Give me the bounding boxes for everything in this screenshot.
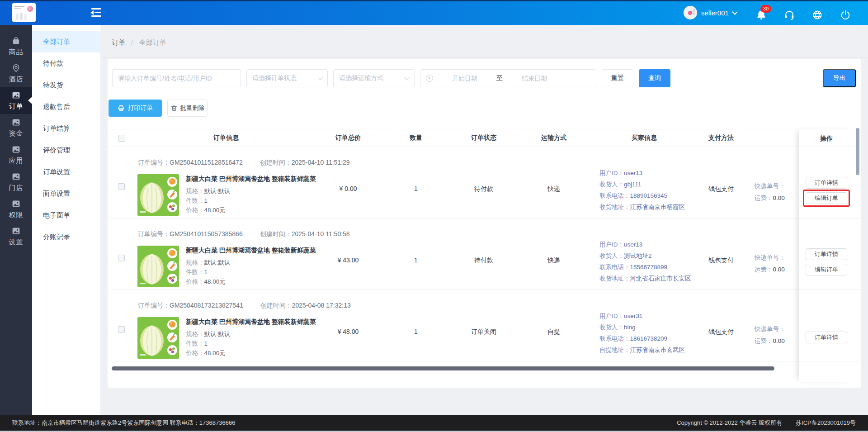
buyer-consignee: bing xyxy=(624,324,636,331)
header-order-info: 订单信息 xyxy=(136,134,316,142)
clock-icon xyxy=(426,75,433,82)
buyer-user-id: user13 xyxy=(624,170,642,176)
edit-order-button[interactable]: 编辑订单 xyxy=(806,192,847,204)
buyer-consignee: gbj111 xyxy=(624,181,642,188)
sidebar-item-apps[interactable]: 应用 xyxy=(0,141,32,168)
order-row: 订单编号：GM250410115057385866创建时间：2025-04-10… xyxy=(108,218,861,290)
sidebar-item-funds[interactable]: 资金 xyxy=(0,114,32,141)
shipping-method-select[interactable]: 请选择运输方式 xyxy=(333,69,415,87)
action-cell: 订单详情 编辑订单 xyxy=(799,218,854,290)
sidebar-item-stores[interactable]: 门店 xyxy=(0,168,32,195)
filter-bar: 请选择订单状态 请选择运输方式 至 重置 查询 xyxy=(112,69,670,87)
order-search-input[interactable] xyxy=(118,75,235,82)
product-name: 新疆大白菜 巴州博湖焉耆盆地 整箱装新鲜蔬菜 xyxy=(186,318,316,326)
chevron-down-icon xyxy=(317,75,322,80)
highlight-box: 编辑订单 xyxy=(803,190,850,207)
buyer-address: 江苏省南京市栖霞区 xyxy=(630,204,685,210)
footer: 联系地址：南京市栖霞区马群街道紫东路2号紫东国际创意园 联系电话：1736873… xyxy=(0,415,868,431)
action-column: 操作 订单详情 编辑订单 订单详情 编辑订单 订单详情 xyxy=(799,129,854,382)
submenu-item-e-waybill[interactable]: 电子面单 xyxy=(32,204,100,226)
order-total: ¥ 43.00 xyxy=(316,256,380,264)
order-status-select[interactable]: 请选择订单状态 xyxy=(246,69,328,87)
user-menu[interactable]: seller001 xyxy=(684,5,737,20)
export-button[interactable]: 导出 xyxy=(823,69,856,87)
app-logo[interactable] xyxy=(12,3,36,22)
sidebar-item-permissions[interactable]: 权限 xyxy=(0,195,32,223)
row-checkbox[interactable] xyxy=(118,183,125,190)
order-row: 订单编号：GM250408173213827541创建时间：2025-04-08… xyxy=(108,290,861,361)
edit-order-button[interactable]: 编辑订单 xyxy=(806,264,847,275)
product-image xyxy=(137,246,179,287)
print-orders-button[interactable]: 打印订单 xyxy=(108,100,162,117)
header-order-total: 订单总价 xyxy=(316,134,380,142)
image-icon xyxy=(11,145,21,154)
order-status-placeholder: 请选择订单状态 xyxy=(252,74,297,82)
start-date-input[interactable] xyxy=(436,75,494,82)
payment-method: 钱包支付 xyxy=(696,185,746,193)
order-meta: 订单编号：GM250410115057385866创建时间：2025-04-10… xyxy=(138,230,350,238)
submenu-item-waybill-settings[interactable]: 面单设置 xyxy=(32,183,100,204)
breadcrumb-parent[interactable]: 订单 xyxy=(112,38,125,46)
order-meta: 订单编号：GM250410115128516472创建时间：2025-04-10… xyxy=(138,159,350,167)
submenu-item-split-records[interactable]: 分账记录 xyxy=(32,226,100,248)
header-quantity: 数量 xyxy=(380,134,452,142)
submenu-item-all-orders[interactable]: 全部订单 xyxy=(32,31,100,52)
order-total: ¥ 48.00 xyxy=(316,328,380,335)
horizontal-scrollbar[interactable] xyxy=(112,366,774,370)
shipping-method: 快递 xyxy=(515,185,592,193)
submenu-item-refund-aftersale[interactable]: 退款售后 xyxy=(32,96,100,118)
order-detail-button[interactable]: 订单详情 xyxy=(806,332,847,343)
product-cell: 新疆大白菜 巴州博湖焉耆盆地 整箱装新鲜蔬菜 规格：默认:默认 件数：1 价格：… xyxy=(137,317,316,359)
buyer-phone: 15566778899 xyxy=(630,264,668,271)
submenu-item-pending-payment[interactable]: 待付款 xyxy=(32,52,100,74)
date-range-picker[interactable]: 至 xyxy=(420,69,596,87)
search-button[interactable]: 查询 xyxy=(639,69,670,87)
orders-card: 请选择订单状态 请选择运输方式 至 重置 查询 导出 xyxy=(108,59,861,388)
order-status: 待付款 xyxy=(452,256,515,265)
order-detail-button[interactable]: 订单详情 xyxy=(806,248,847,260)
product-name: 新疆大白菜 巴州博湖焉耆盆地 整箱装新鲜蔬菜 xyxy=(186,247,316,255)
payment-method: 钱包支付 xyxy=(696,256,746,265)
image-icon xyxy=(11,172,21,181)
sidebar-item-orders[interactable]: 订单 xyxy=(0,87,32,114)
pieces-value: 1 xyxy=(204,269,208,275)
order-detail-button[interactable]: 订单详情 xyxy=(806,177,847,189)
spec-value: 默认:默认 xyxy=(204,259,231,266)
order-row: 订单编号：GM250410115128516472创建时间：2025-04-10… xyxy=(108,147,861,218)
table-toolbar: 打印订单 批量删除 xyxy=(108,100,208,117)
sidebar-item-goods[interactable]: 商品 xyxy=(0,33,32,60)
topbar: seller001 30 xyxy=(0,0,868,25)
header-shipping-method: 运输方式 xyxy=(515,134,592,142)
submenu-item-pending-shipment[interactable]: 待发货 xyxy=(32,74,100,96)
vertical-scrollbar[interactable] xyxy=(856,128,859,175)
image-icon xyxy=(11,199,21,209)
product-image xyxy=(137,317,179,359)
buyer-user-id: user31 xyxy=(624,313,642,319)
select-all-checkbox[interactable] xyxy=(118,135,125,142)
globe-icon[interactable] xyxy=(812,9,823,20)
batch-delete-button[interactable]: 批量删除 xyxy=(167,100,208,117)
submenu-item-review-management[interactable]: 评价管理 xyxy=(32,139,100,161)
submenu-item-order-settings[interactable]: 订单设置 xyxy=(32,161,100,183)
reset-button[interactable]: 重置 xyxy=(602,69,633,87)
row-checkbox[interactable] xyxy=(118,255,125,261)
order-number: GM250410115057385866 xyxy=(170,230,243,237)
trash-icon xyxy=(170,104,178,112)
power-icon[interactable] xyxy=(840,9,851,20)
order-quantity: 1 xyxy=(380,256,452,264)
sidebar-collapse-icon[interactable] xyxy=(90,8,101,17)
row-checkbox[interactable] xyxy=(118,326,125,333)
freight-value: 0.00 xyxy=(773,266,785,273)
shipping-method-placeholder: 请选择运输方式 xyxy=(339,74,383,82)
end-date-input[interactable] xyxy=(505,75,563,82)
sidebar-item-settings[interactable]: 设置 xyxy=(0,223,32,250)
order-submenu: 全部订单 待付款 待发货 退款售后 订单结算 评价管理 订单设置 面单设置 电子… xyxy=(32,25,100,415)
headset-icon[interactable] xyxy=(784,9,795,20)
buyer-address: 江苏省南京市玄武区 xyxy=(630,347,685,353)
submenu-item-order-settlement[interactable]: 订单结算 xyxy=(32,118,100,139)
payment-method: 钱包支付 xyxy=(696,328,746,336)
order-status: 订单关闭 xyxy=(452,328,515,336)
page: seller001 30 商品 酒店 订单 xyxy=(0,0,868,432)
bag-icon xyxy=(11,36,21,46)
sidebar-item-hotel[interactable]: 酒店 xyxy=(0,60,32,87)
